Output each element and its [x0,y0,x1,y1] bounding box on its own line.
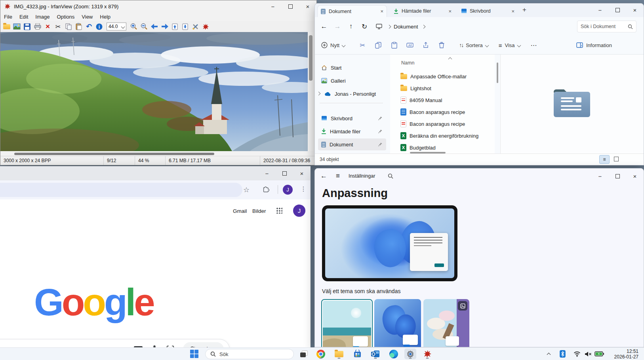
tab-close-icon[interactable]: × [511,8,514,14]
taskbar-search-box[interactable]: Sök [205,349,294,359]
nav-up-button[interactable]: ↑ [344,23,358,30]
battery-charging-icon[interactable] [593,349,605,359]
settings-back-button[interactable]: ← [320,172,327,180]
irfanview-maximize-button[interactable] [282,0,299,12]
open-file-button[interactable] [2,22,11,31]
chrome-close-button[interactable]: × [293,166,311,180]
share-button[interactable] [418,42,434,48]
menu-image[interactable]: Image [32,14,53,20]
settings-maximize-button[interactable] [609,169,626,184]
paste-button[interactable] [386,42,402,49]
tools-button[interactable] [191,22,200,31]
menu-help[interactable]: Help [96,14,114,20]
list-vertical-scrollbar[interactable] [495,55,499,155]
sort-button[interactable]: ↑↓ Sortera [459,42,488,48]
tab-hamtade-filer[interactable]: Hämtade filer × [391,5,455,17]
nav-forward-button[interactable]: → [331,23,344,30]
google-apps-grid-icon[interactable] [276,207,282,214]
more-options-button[interactable]: ⋯ [531,42,537,49]
address-bar[interactable] [0,183,242,197]
sidebar-item-dokument[interactable]: Dokument [318,138,386,150]
copy-button[interactable] [64,22,73,31]
column-header-name[interactable]: Namn [401,60,414,66]
bookmark-star-icon[interactable]: ☆ [243,186,250,194]
save-button[interactable] [23,22,32,31]
settings-search-icon[interactable] [388,173,393,179]
breadcrumb[interactable]: Dokument [394,24,418,30]
information-button[interactable]: i Information [576,42,612,48]
file-row[interactable]: Beräkna din energiförbrukning [390,130,495,142]
file-row[interactable]: 84059 Manual [390,94,495,106]
taskbar-irfanview-icon[interactable] [421,349,433,359]
volume-muted-icon[interactable] [583,349,593,359]
bluetooth-icon[interactable] [558,349,567,359]
sidebar-item-skrivbord[interactable]: Skrivbord [318,112,386,124]
tab-skrivbord[interactable]: Skrivbord × [458,5,518,17]
delete-button[interactable] [434,42,450,48]
menu-edit[interactable]: Edit [16,14,32,20]
explorer-maximize-button[interactable] [609,4,626,16]
taskbar-store-icon[interactable] [351,349,363,359]
nav-refresh-button[interactable]: ↻ [358,23,371,31]
paste-button[interactable] [74,22,83,31]
zoom-combobox[interactable]: 44.0 [107,23,126,30]
theme-card-light[interactable] [321,299,373,347]
sidebar-item-hamtade-filer[interactable]: Hämtade filer [318,125,386,137]
copy-button[interactable] [370,42,386,49]
google-search-bar[interactable]: AI-läge [0,339,230,347]
settings-titlebar[interactable]: ← ≡ Inställningar − × [315,169,644,184]
start-button[interactable] [188,349,200,359]
menu-file[interactable]: File [0,14,16,20]
tab-close-icon[interactable]: × [380,8,383,14]
taskbar-chrome-icon[interactable] [315,349,327,359]
first-image-button[interactable] [170,22,179,31]
previous-image-button[interactable] [150,22,159,31]
taskbar-settings-icon[interactable] [404,349,416,359]
nav-back-button[interactable]: ← [317,23,331,30]
settings-close-button[interactable]: × [626,169,644,184]
taskbar-edge-icon[interactable] [388,349,400,359]
theme-card-bloom[interactable] [374,299,421,347]
explorer-minimize-button[interactable]: − [591,4,609,16]
tray-show-hidden-icons[interactable] [543,349,554,359]
profile-avatar[interactable]: J [283,185,293,195]
extensions-icon[interactable] [262,186,269,193]
irfanview-titlebar[interactable]: IMG_4323.jpg - IrfanView (Zoom: 1319 x 8… [0,0,316,12]
menu-options[interactable]: Options [53,14,78,20]
taskbar-explorer-icon[interactable] [333,349,345,359]
file-row[interactable]: Anpassade Office-mallar [390,70,495,82]
tab-dokument[interactable]: Dokument × [317,5,387,17]
bilder-link[interactable]: Bilder [252,208,266,214]
cut-button[interactable]: ✂ [53,22,63,31]
taskbar-outlook-icon[interactable] [370,349,381,359]
rename-button[interactable]: A [402,42,418,48]
last-image-button[interactable] [181,22,190,31]
info-button[interactable]: i [95,22,104,31]
delete-button[interactable]: × [43,22,52,31]
irfanview-minimize-button[interactable]: − [264,0,282,12]
file-row[interactable]: Lightshot [390,82,495,94]
next-image-button[interactable] [160,22,169,31]
file-row[interactable]: Bacon asparagus recipe [390,118,495,130]
task-view-button[interactable] [298,349,310,359]
cut-button[interactable]: ✂ [354,42,370,49]
breadcrumb-device-icon[interactable] [376,24,382,29]
zoom-in-button[interactable] [129,22,138,31]
onedrive-expand-icon[interactable] [317,92,321,96]
chrome-minimize-button[interactable]: − [258,166,276,180]
new-tab-button[interactable]: + [522,6,526,14]
wifi-icon[interactable] [572,349,582,359]
explorer-close-button[interactable]: × [626,4,644,16]
profile-avatar[interactable]: J [293,205,305,217]
tab-close-icon[interactable]: × [448,8,452,14]
ai-mode-button[interactable]: AI-läge [183,342,224,347]
slideshow-button[interactable] [12,22,21,31]
chrome-menu-icon[interactable]: ⋮ [300,185,307,193]
tray-clock[interactable]: 12:51 2026-01-27 [614,349,638,360]
sidebar-item-start[interactable]: Start [318,62,386,74]
irfanview-close-button[interactable]: × [299,0,316,12]
thumbnail-view-toggle[interactable] [612,155,621,163]
menu-view[interactable]: View [78,14,96,20]
settings-minimize-button[interactable]: − [591,169,609,184]
plugins-button[interactable] [201,22,210,31]
